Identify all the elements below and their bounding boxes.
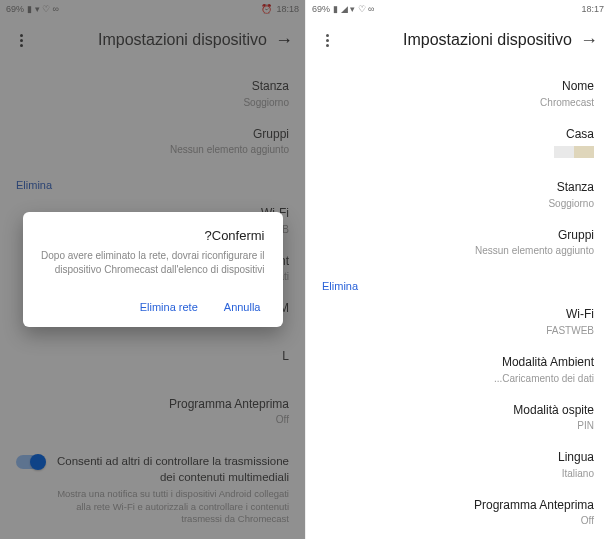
color-swatches[interactable] <box>322 142 594 162</box>
setting-wifi[interactable]: Wi-Fi FASTWEB <box>322 298 594 346</box>
setting-casa[interactable]: Casa <box>322 118 594 172</box>
screen-left: 69% ▮ ▾ ♡ ∞ ⏰ 18:18 Impostazioni disposi… <box>0 0 305 539</box>
screen-right: 69% ▮ ◢ ▾ ♡ ∞ 18:17 Impostazioni disposi… <box>305 0 610 539</box>
setting-nome[interactable]: Nome Chromecast <box>322 70 594 118</box>
confirm-dialog: Confermi? Dopo avere eliminato la rete, … <box>23 212 283 327</box>
dialog-title: Confermi? <box>41 228 265 243</box>
dialog-confirm-button[interactable]: Elimina rete <box>136 295 202 319</box>
statusbar: 69% ▮ ◢ ▾ ♡ ∞ 18:17 <box>306 0 610 18</box>
setting-ambient[interactable]: Modalità Ambient Caricamento dei dati... <box>322 346 594 394</box>
setting-ospite[interactable]: Modalità ospite PIN <box>322 394 594 442</box>
page-title: Impostazioni dispositivo <box>336 31 572 49</box>
setting-gruppi[interactable]: Gruppi Nessun elemento aggiunto <box>322 219 594 267</box>
overflow-menu-icon[interactable] <box>318 34 336 47</box>
setting-anteprima[interactable]: Programma Anteprima Off <box>322 489 594 537</box>
setting-stanza[interactable]: Stanza Soggiorno <box>322 171 594 219</box>
battery-text: 69% <box>312 4 330 14</box>
back-arrow-icon[interactable]: → <box>572 30 598 51</box>
color-swatch-1[interactable] <box>574 146 594 158</box>
dialog-scrim[interactable]: Confermi? Dopo avere eliminato la rete, … <box>0 0 305 539</box>
color-swatch-2[interactable] <box>554 146 574 158</box>
setting-lingua[interactable]: Lingua Italiano <box>322 441 594 489</box>
appbar: Impostazioni dispositivo → <box>306 18 610 62</box>
elimina-link[interactable]: Elimina <box>306 274 610 298</box>
dialog-cancel-button[interactable]: Annulla <box>220 295 265 319</box>
clock: 18:17 <box>581 4 604 14</box>
dialog-body: Dopo avere eliminato la rete, dovrai ric… <box>41 249 265 277</box>
